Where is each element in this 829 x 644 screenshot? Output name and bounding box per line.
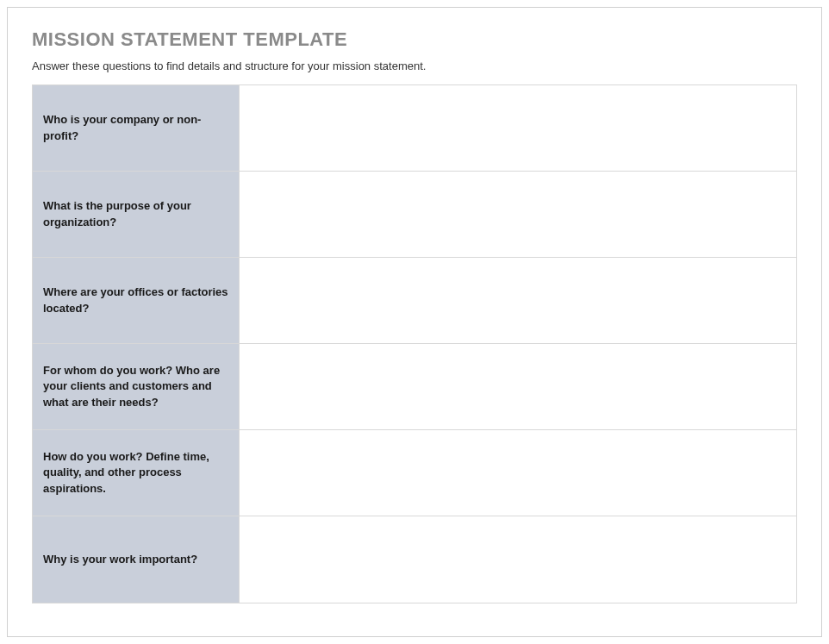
answer-field[interactable] [240,516,796,603]
question-label: How do you work? Define time, quality, a… [33,430,240,516]
question-label: For whom do you work? Who are your clien… [33,344,240,429]
document-page: MISSION STATEMENT TEMPLATE Answer these … [7,7,822,637]
answer-field[interactable] [240,344,796,429]
answer-field[interactable] [240,85,796,171]
answer-field[interactable] [240,430,796,516]
questions-table: Who is your company or non-profit? What … [32,84,797,603]
table-row: How do you work? Define time, quality, a… [33,430,796,516]
table-row: Where are your offices or factories loca… [33,258,796,344]
question-label: Why is your work important? [33,516,240,603]
question-label: Where are your offices or factories loca… [33,258,240,343]
question-label: Who is your company or non-profit? [33,85,240,171]
page-subtitle: Answer these questions to find details a… [32,59,797,72]
page-title: MISSION STATEMENT TEMPLATE [32,28,797,51]
table-row: What is the purpose of your organization… [33,172,796,258]
table-row: Why is your work important? [33,516,796,603]
table-row: Who is your company or non-profit? [33,85,796,172]
question-label: What is the purpose of your organization… [33,172,240,257]
answer-field[interactable] [240,172,796,257]
table-row: For whom do you work? Who are your clien… [33,344,796,430]
answer-field[interactable] [240,258,796,343]
